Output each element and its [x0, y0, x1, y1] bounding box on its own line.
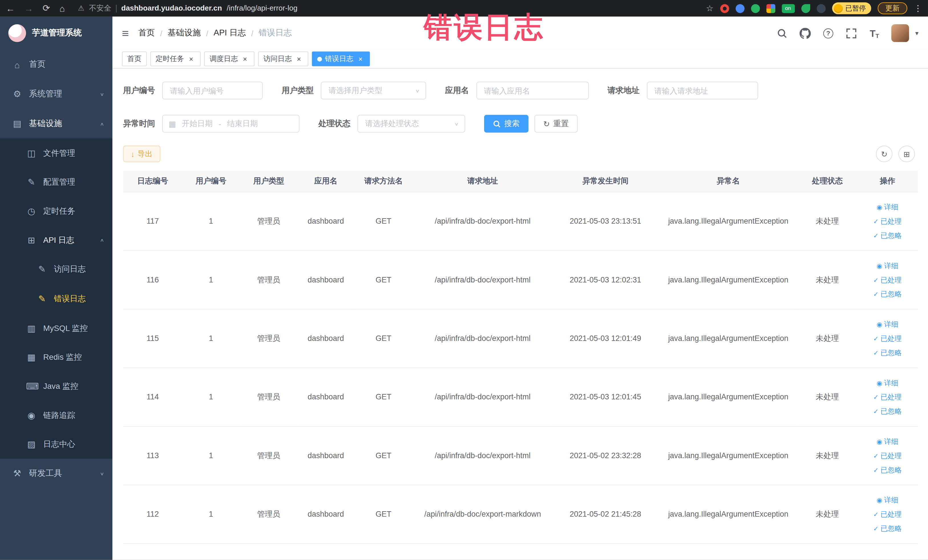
processed-link[interactable]: ✓已处理 — [859, 331, 916, 345]
ignored-link[interactable]: ✓已忽略 — [859, 228, 916, 243]
check-icon: ✓ — [873, 449, 879, 463]
detail-link[interactable]: ◉详细 — [859, 258, 916, 273]
github-icon[interactable] — [799, 27, 811, 39]
search-icon[interactable] — [776, 27, 788, 39]
breadcrumb-item[interactable]: 基础设施 — [168, 28, 201, 38]
refresh-icon: ↻ — [543, 120, 550, 128]
address-bar[interactable]: ⚠ 不安全 dashboard.yudao.iocoder.cn/infra/l… — [78, 3, 298, 13]
profile-paused-badge[interactable]: 已暂停 — [832, 2, 871, 14]
sidebar-toggle-icon[interactable]: ≡ — [122, 26, 129, 40]
help-icon[interactable]: ? — [823, 27, 834, 39]
browser-reload-icon[interactable]: ⟳ — [43, 3, 50, 14]
cell-time: 2021-05-02 23:32:28 — [552, 426, 659, 485]
cell-url: /api/infra/db-doc/export-html — [413, 309, 552, 368]
check-icon: ✓ — [873, 228, 879, 243]
browser-home-icon[interactable]: ⌂ — [60, 3, 65, 13]
browser-forward-icon[interactable]: → — [24, 3, 33, 13]
breadcrumb-separator: / — [206, 29, 209, 38]
fullscreen-icon[interactable] — [846, 27, 857, 39]
ignored-link[interactable]: ✓已忽略 — [859, 404, 916, 418]
breadcrumb-separator: / — [251, 29, 253, 38]
tab-scheduled-jobs[interactable]: 定时任务× — [150, 51, 200, 66]
extension-icon[interactable] — [720, 4, 729, 12]
user-avatar[interactable] — [891, 24, 909, 42]
cell-exception: java.lang.IllegalArgumentException — [659, 426, 798, 485]
security-label: 不安全 — [89, 3, 111, 13]
search-icon — [493, 120, 501, 128]
sidebar-item-java-monitor[interactable]: ⌨ Java 监控 — [0, 372, 112, 401]
extension-on-badge[interactable]: on — [781, 4, 795, 12]
main-area: ≡ 首页 / 基础设施 / API 日志 / 错误日志 — [112, 17, 928, 560]
close-icon[interactable]: × — [187, 55, 195, 63]
browser-menu-icon[interactable]: ⋮ — [914, 3, 922, 13]
bookmark-star-icon[interactable]: ☆ — [706, 3, 713, 13]
sidebar-item-access-log[interactable]: ✎ 访问日志 — [0, 255, 112, 284]
breadcrumb-item[interactable]: 首页 — [138, 28, 155, 38]
browser-update-button[interactable]: 更新 — [878, 2, 907, 14]
process-status-label: 处理状态 — [318, 118, 350, 129]
detail-link[interactable]: ◉详细 — [859, 493, 916, 507]
extension-icon[interactable] — [766, 4, 775, 12]
avatar-caret-icon[interactable]: ▾ — [915, 29, 918, 37]
ignored-link[interactable]: ✓已忽略 — [859, 345, 916, 360]
app-name-input[interactable] — [476, 82, 589, 99]
sidebar-item-tracing[interactable]: ◉ 链路追踪 — [0, 401, 112, 430]
column-settings-button[interactable]: ⊞ — [898, 145, 915, 162]
sidebar-item-dev-tools[interactable]: ⚒ 研发工具 ∨ — [0, 459, 112, 488]
ignored-link[interactable]: ✓已忽略 — [859, 462, 916, 477]
sidebar-item-system-management[interactable]: ⚙ 系统管理 ∨ — [0, 79, 112, 109]
process-status-select[interactable]: 请选择处理状态 ∨ — [357, 115, 465, 132]
export-button[interactable]: ↓ 导出 — [123, 145, 160, 162]
sidebar-item-error-log[interactable]: ✎ 错误日志 — [0, 284, 112, 314]
ignored-link[interactable]: ✓已忽略 — [859, 521, 916, 536]
cell-method: GET — [354, 192, 413, 250]
close-icon[interactable]: × — [356, 55, 365, 63]
tab-home[interactable]: 首页 — [122, 51, 147, 66]
sidebar-item-file-management[interactable]: ◫ 文件管理 — [0, 138, 112, 168]
detail-link[interactable]: ◉详细 — [859, 434, 916, 449]
sidebar-item-mysql-monitor[interactable]: ▥ MySQL 监控 — [0, 314, 112, 343]
cell-exception: java.lang.IllegalArgumentException — [659, 192, 798, 250]
processed-link[interactable]: ✓已处理 — [859, 507, 916, 521]
processed-link[interactable]: ✓已处理 — [859, 272, 916, 287]
calendar-icon: ▦ — [169, 119, 176, 128]
detail-link[interactable]: ◉详细 — [859, 375, 916, 390]
browser-back-icon[interactable]: ← — [6, 3, 15, 13]
user-id-input[interactable] — [162, 82, 263, 99]
tab-error-log[interactable]: 错误日志× — [312, 51, 370, 66]
user-type-select[interactable]: 请选择用户类型 ∨ — [321, 82, 426, 99]
app-logo[interactable]: 芋道管理系统 — [0, 17, 112, 50]
font-size-icon[interactable]: TT — [868, 27, 880, 39]
sidebar-item-scheduled-jobs[interactable]: ◷ 定时任务 — [0, 197, 112, 226]
processed-link[interactable]: ✓已处理 — [859, 214, 916, 228]
close-icon[interactable]: × — [295, 55, 303, 63]
close-icon[interactable]: × — [241, 55, 249, 63]
security-warning-icon: ⚠ — [78, 4, 84, 12]
reset-button[interactable]: ↻ 重置 — [534, 115, 577, 132]
detail-link[interactable]: ◉详细 — [859, 200, 916, 214]
extension-icon[interactable] — [751, 4, 760, 12]
extension-icon[interactable] — [801, 4, 810, 12]
refresh-table-button[interactable]: ↻ — [876, 145, 892, 162]
tab-schedule-log[interactable]: 调度日志× — [204, 51, 255, 66]
breadcrumb-item[interactable]: API 日志 — [214, 28, 246, 38]
column-header: 异常发生时间 — [552, 170, 659, 192]
sidebar-item-log-center[interactable]: ▨ 日志中心 — [0, 430, 112, 459]
ignored-link[interactable]: ✓已忽略 — [859, 287, 916, 301]
cell-app: dashboard — [298, 426, 354, 485]
search-button[interactable]: 搜索 — [484, 115, 529, 132]
detail-link[interactable]: ◉详细 — [859, 317, 916, 331]
extension-icon[interactable] — [736, 4, 744, 12]
sidebar-item-config-management[interactable]: ✎ 配置管理 — [0, 168, 112, 197]
tab-access-log[interactable]: 访问日志× — [258, 51, 308, 66]
sidebar-item-infrastructure[interactable]: ▤ 基础设施 ∧ — [0, 109, 112, 139]
cell-user_type: 管理员 — [240, 250, 298, 309]
processed-link[interactable]: ✓已处理 — [859, 449, 916, 463]
request-url-input[interactable] — [647, 82, 758, 99]
sidebar-item-redis-monitor[interactable]: ▦ Redis 监控 — [0, 343, 112, 372]
sidebar-item-api-logs[interactable]: ⊞ API 日志 ∧ — [0, 225, 112, 255]
extension-icon[interactable] — [817, 4, 825, 12]
exception-time-range-picker[interactable]: ▦ 开始日期 - 结束日期 — [162, 115, 299, 132]
sidebar-item-home[interactable]: ⌂ 首页 — [0, 50, 112, 79]
processed-link[interactable]: ✓已处理 — [859, 390, 916, 404]
